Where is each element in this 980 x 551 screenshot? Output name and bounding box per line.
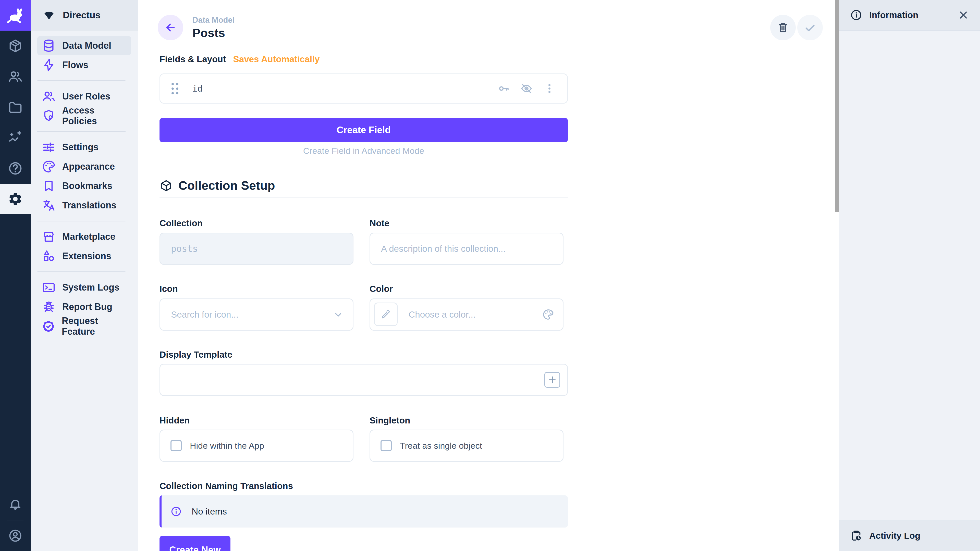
hidden-field[interactable]: Hide within the App [159, 430, 353, 462]
sidebar-item-label: Settings [62, 142, 99, 152]
sidebar-item-label: Report Bug [62, 302, 112, 312]
fields-layout-label: Fields & Layout [159, 54, 226, 64]
sidebar-item-settings[interactable]: Settings [37, 138, 131, 157]
field-name: id [192, 83, 203, 94]
sidebar-item-translations[interactable]: Translations [37, 196, 131, 215]
trash-icon [776, 21, 790, 34]
sidebar-item-user-roles[interactable]: User Roles [37, 87, 131, 106]
insights-icon [8, 130, 23, 145]
kebab-menu-icon[interactable] [543, 82, 556, 95]
note-input[interactable] [369, 233, 563, 265]
save-button[interactable] [797, 15, 823, 40]
sidebar-item-system-logs[interactable]: System Logs [37, 278, 131, 297]
create-new-translation-button[interactable]: Create New [159, 536, 231, 551]
clipboard-clock-icon [850, 529, 862, 542]
translations-label: Collection Naming Translations [159, 481, 293, 491]
module-help[interactable] [0, 153, 30, 184]
key-icon[interactable] [497, 82, 510, 95]
hidden-label: Hidden [159, 415, 190, 426]
chevron-down-icon[interactable] [332, 308, 344, 321]
project-header[interactable]: Directus [30, 0, 138, 30]
activity-log-button[interactable]: Activity Log [839, 520, 980, 551]
autosave-label: Saves Automatically [233, 54, 320, 64]
page-title: Posts [192, 26, 234, 40]
breadcrumb[interactable]: Data Model [192, 16, 234, 25]
sidebar-item-label: Extensions [62, 251, 111, 262]
project-name: Directus [63, 10, 100, 21]
sidebar-item-label: System Logs [62, 282, 119, 293]
collection-label: Collection [159, 218, 203, 228]
module-insights[interactable] [0, 122, 30, 153]
display-template-label: Display Template [159, 349, 232, 360]
gear-icon [8, 191, 23, 206]
create-field-button[interactable]: Create Field [159, 118, 568, 142]
nav-divider [37, 221, 126, 221]
collection-input[interactable] [159, 233, 353, 265]
rabbit-logo-icon [6, 6, 25, 25]
account-button[interactable] [0, 520, 30, 551]
user-roles-icon [41, 89, 56, 103]
color-label: Color [369, 284, 393, 294]
box-icon [8, 38, 23, 54]
module-content[interactable] [0, 30, 30, 61]
nav-divider [37, 272, 126, 272]
info-icon [850, 9, 862, 21]
module-files[interactable] [0, 92, 30, 122]
sidebar-item-appearance[interactable]: Appearance [37, 157, 131, 176]
icon-search-input[interactable] [159, 299, 353, 330]
create-field-advanced-link[interactable]: Create Field in Advanced Mode [159, 146, 568, 156]
scrollbar[interactable] [835, 0, 839, 212]
fields-layout-heading: Fields & Layout Saves Automatically [159, 54, 320, 64]
module-settings[interactable] [0, 184, 30, 214]
terminal-icon [41, 280, 56, 295]
notifications-button[interactable] [0, 489, 30, 519]
eye-off-icon[interactable] [520, 82, 533, 95]
singleton-checkbox[interactable] [380, 440, 392, 451]
display-template-input[interactable] [159, 364, 568, 396]
nav-divider [37, 131, 126, 132]
sidebar-item-report-bug[interactable]: Report Bug [37, 297, 131, 317]
palette-icon [41, 159, 56, 174]
arrow-left-icon [164, 21, 177, 34]
sidebar-item-extensions[interactable]: Extensions [37, 246, 131, 266]
icon-input-shell [159, 299, 353, 330]
palette-icon[interactable] [542, 308, 554, 321]
sidebar-item-flows[interactable]: Flows [37, 56, 131, 75]
sidebar-item-label: Marketplace [62, 231, 115, 242]
collection-input-shell [159, 233, 353, 265]
back-button[interactable] [158, 15, 183, 40]
sidebar-item-label: Flows [62, 60, 88, 70]
seal-check-icon [41, 319, 56, 333]
module-bar [0, 0, 30, 551]
bell-icon [8, 497, 23, 512]
sidebar-item-access-policies[interactable]: Access Policies [37, 106, 131, 125]
delete-collection-button[interactable] [770, 15, 796, 40]
add-template-field-button[interactable] [544, 372, 560, 388]
sidebar-item-marketplace[interactable]: Marketplace [37, 227, 131, 246]
nav-divider [37, 80, 126, 81]
color-input[interactable] [369, 299, 563, 330]
singleton-field[interactable]: Treat as single object [369, 430, 563, 462]
sidebar-item-label: Request Feature [62, 316, 131, 337]
field-row-id[interactable]: id [159, 73, 568, 103]
sidebar-item-request-feature[interactable]: Request Feature [37, 317, 131, 336]
plus-icon [547, 375, 557, 385]
hidden-checkbox[interactable] [170, 440, 182, 451]
sidebar-item-bookmarks[interactable]: Bookmarks [37, 176, 131, 196]
translate-icon [41, 198, 56, 213]
header-actions [770, 15, 823, 40]
icon-label: Icon [159, 284, 178, 294]
directus-logo[interactable] [0, 0, 30, 30]
bolt-icon [41, 58, 56, 72]
main-content: Data Model Posts Fields & Layout Saves A… [138, 0, 840, 551]
module-users[interactable] [0, 61, 30, 92]
eyedropper-button[interactable] [374, 303, 398, 326]
bookmark-icon [41, 179, 56, 193]
close-icon[interactable] [958, 9, 969, 21]
settings-nav: Data Model Flows User Roles [30, 30, 138, 336]
sidebar-item-label: Appearance [62, 161, 115, 172]
hidden-checkbox-label: Hide within the App [190, 441, 264, 451]
drag-handle-icon[interactable] [172, 83, 178, 94]
sidebar-item-data-model[interactable]: Data Model [37, 36, 131, 56]
section-divider [159, 197, 568, 198]
